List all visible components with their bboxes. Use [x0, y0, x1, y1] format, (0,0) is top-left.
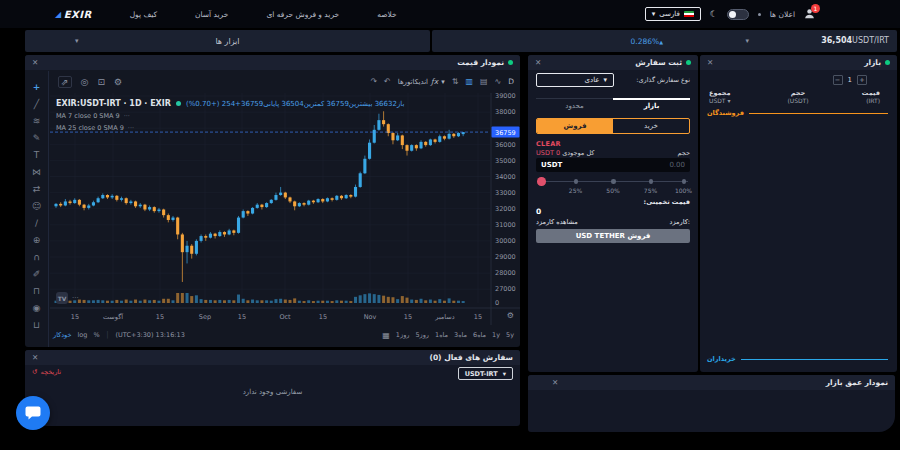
svg-text:15: 15 — [71, 313, 79, 321]
decrease-grouping-button[interactable]: − — [833, 75, 843, 85]
slider-mark-icon — [574, 179, 579, 184]
notifications-button[interactable]: اعلان ها — [770, 10, 795, 19]
amount-input[interactable]: USDT 0.00 — [536, 158, 690, 172]
brush-icon[interactable]: ✎ — [33, 134, 41, 143]
depth-panel-title: نمودار عمق بازار — [826, 378, 888, 387]
redo-icon[interactable]: ↷ — [370, 77, 377, 86]
tab-market[interactable]: بازار — [613, 98, 690, 113]
bar-style-icon[interactable]: ▤ — [480, 77, 488, 86]
grouping-value: 1 — [848, 76, 852, 84]
lock-icon[interactable]: ⊓ — [33, 287, 40, 296]
range-button-0[interactable]: 1روز — [396, 331, 410, 339]
up-arrow-icon: ▲ — [659, 39, 663, 45]
svg-text:دسامبر: دسامبر — [434, 313, 454, 321]
undo-icon[interactable]: ↶ — [384, 77, 391, 86]
settings-icon[interactable]: ⚙ — [114, 77, 122, 87]
chevron-down-icon: ▾ — [441, 78, 445, 86]
tradingview-logo-icon: TV — [56, 292, 68, 304]
auto-scale-button[interactable]: خودکار — [53, 331, 71, 339]
notification-badge: 1 — [811, 4, 820, 13]
slider-mark-label-1: 50% — [606, 187, 619, 194]
empty-orders-message: سفارشی وجود ندارد — [25, 388, 520, 396]
measure-icon[interactable]: ∕ — [35, 219, 38, 228]
sell-submit-button[interactable]: فروش USD TETHER — [536, 229, 690, 243]
ticker-change: 0.286%▲ — [631, 37, 663, 46]
log-scale-button[interactable]: log — [77, 331, 87, 339]
pair-filter-select[interactable]: USDT-IRT ▾ — [458, 367, 513, 380]
range-button-3[interactable]: 3ماه — [454, 331, 467, 339]
draw-icon[interactable]: ✐ — [33, 270, 41, 279]
book-column-header[interactable]: مجموعUSDT ▾ — [700, 89, 764, 105]
svg-text:15: 15 — [238, 313, 246, 321]
nav-item-1[interactable]: خرید آسان — [195, 10, 228, 19]
axis-settings-icon[interactable]: ⚙ — [507, 311, 514, 320]
clear-button[interactable]: CLEAR — [536, 140, 561, 148]
more-icon: ··· — [72, 294, 79, 302]
snapshot-icon[interactable]: ◎ — [81, 77, 89, 87]
crosshair-icon[interactable]: + — [33, 83, 41, 92]
user-menu[interactable]: 1 — [804, 8, 815, 21]
amount-slider[interactable]: 25%50%75%100% — [538, 176, 688, 194]
sun-icon — [758, 13, 761, 16]
svg-text:28000: 28000 — [495, 269, 516, 277]
price-chart[interactable]: 3675939000380003600035000340003300032000… — [50, 93, 520, 325]
channel-icon[interactable]: ≋ — [33, 117, 41, 126]
nav-item-2[interactable]: خرید و فروش حرفه ای — [266, 10, 339, 19]
svg-text:Nov: Nov — [364, 313, 377, 321]
trendline-icon[interactable]: ╱ — [34, 100, 39, 109]
order-book-panel: ✕ بازار − 1 + مجموعUSDT ▾حجم(USDT)قیمت(I… — [700, 55, 897, 372]
close-icon[interactable]: ✕ — [552, 378, 558, 387]
percent-scale-button[interactable]: % — [93, 331, 99, 339]
line-style-icon[interactable]: ∿ — [495, 77, 502, 86]
xabcd-pattern-icon[interactable]: ⋈ — [32, 168, 41, 177]
eye-icon[interactable]: ◉ — [33, 304, 41, 313]
view-fee-link[interactable]: مشاهده کارمزد — [536, 218, 578, 226]
sell-tab[interactable]: فروش — [537, 119, 613, 133]
increase-grouping-button[interactable]: + — [857, 75, 867, 85]
order-form-title: ثبت سفارش — [635, 58, 682, 67]
zoom-in-icon[interactable]: ⊕ — [33, 236, 41, 245]
emoji-icon[interactable]: ☺ — [32, 202, 41, 211]
chat-bubble-icon — [25, 406, 41, 420]
position-icon[interactable]: ⇄ — [33, 185, 41, 194]
tab-limit[interactable]: محدود — [536, 99, 613, 112]
candle-style-icon[interactable]: ▥ — [465, 77, 473, 86]
nav-item-3[interactable]: خلاصه — [377, 10, 397, 19]
history-button[interactable]: ↺ تاریخچه — [32, 368, 61, 376]
close-icon[interactable]: ✕ — [707, 58, 713, 67]
close-icon[interactable]: ✕ — [32, 353, 38, 362]
tools-bar[interactable]: ▾ ابزار ها — [25, 30, 430, 52]
range-button-5[interactable]: 1y — [492, 331, 500, 339]
theme-toggle[interactable] — [727, 9, 749, 20]
range-button-2[interactable]: 1ماه — [435, 331, 448, 339]
chevron-down-icon[interactable]: ▾ — [745, 37, 749, 45]
market-ticker[interactable]: 36,504USDT/IRT ▾ 0.286%▲ — [432, 30, 897, 52]
tradingview-watermark: TV ··· — [56, 292, 79, 304]
fullscreen-icon[interactable]: ⊡ — [97, 77, 105, 87]
compare-icon[interactable]: ⇅ — [452, 77, 459, 86]
go-to-date-icon[interactable]: ▦ — [382, 331, 390, 340]
exir-logo[interactable]: ◢ EXIR — [55, 9, 92, 20]
range-button-6[interactable]: 5y — [506, 331, 514, 339]
slider-thumb[interactable] — [537, 177, 546, 186]
order-type-select[interactable]: عادی ▾ — [536, 73, 614, 87]
timeframe-button[interactable]: D — [508, 77, 514, 86]
chat-button[interactable] — [16, 396, 50, 430]
magnet-icon[interactable]: ∩ — [33, 253, 40, 262]
range-button-1[interactable]: 5روز — [415, 331, 429, 339]
indicators-button[interactable]: اندیکاتورهاƒx▾ — [398, 77, 445, 86]
language-selector[interactable]: ▾ فارسی — [645, 7, 701, 21]
text-icon[interactable]: T — [34, 151, 40, 160]
nav-item-0[interactable]: کیف پول — [130, 10, 157, 19]
svg-text:35000: 35000 — [495, 157, 516, 165]
buy-tab[interactable]: خرید — [613, 119, 689, 133]
publish-icon[interactable]: ⇗ — [58, 76, 72, 88]
close-icon[interactable]: ✕ — [32, 58, 38, 67]
range-button-4[interactable]: 6ماه — [473, 331, 486, 339]
drawing-toolbar: +╱≋✎T⋈⇄☺∕⊕∩✐⊓◉⊔ — [25, 71, 49, 347]
close-icon[interactable]: ✕ — [535, 58, 541, 67]
trash-icon[interactable]: ⊔ — [33, 321, 40, 330]
order-book-title: بازار — [864, 58, 881, 67]
price-chart-panel: ✕ نمودار قیمت ⇗◎⊡⚙ ↷↶اندیکاتورهاƒx▾⇅▥▤∿D… — [25, 55, 520, 347]
svg-text:34000: 34000 — [495, 173, 516, 181]
